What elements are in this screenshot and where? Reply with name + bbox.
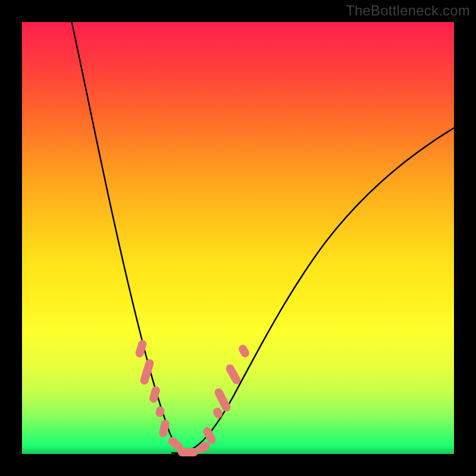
bead xyxy=(237,343,250,359)
curve-left-branch xyxy=(67,0,187,453)
curve-overlay xyxy=(22,22,454,454)
gradient-plot-area xyxy=(22,22,454,454)
chart-frame: TheBottleneck.com xyxy=(0,0,476,476)
bead xyxy=(158,419,170,438)
bead xyxy=(212,406,224,419)
watermark-text: TheBottleneck.com xyxy=(346,2,470,19)
bead xyxy=(224,363,242,386)
bead xyxy=(178,448,198,456)
